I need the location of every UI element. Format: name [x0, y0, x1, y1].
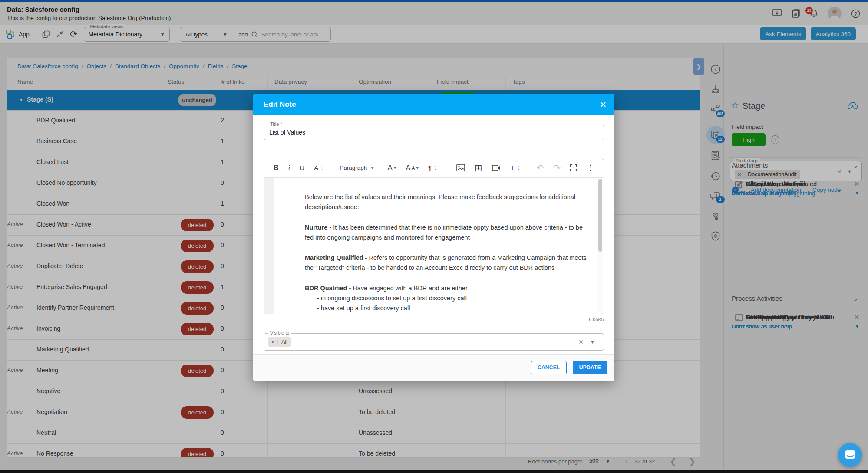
clear-icon[interactable]: ✕: [578, 338, 584, 345]
paragraph-options-button[interactable]: ¶⋮: [428, 164, 437, 171]
edit-note-modal: Edit Note ✕ Title * List of Values B i U…: [253, 94, 614, 381]
title-field-value: List of Values: [269, 129, 305, 136]
editor-toolbar: B i U A⋮ Paragraph ▾ A▾ AA▾ ¶⋮ ⊞ +⋮ ↶ ↷: [264, 158, 604, 178]
close-icon[interactable]: ✕: [600, 100, 607, 110]
modal-footer: CANCEL UPDATE: [253, 354, 614, 381]
font-size-button[interactable]: AA▾: [406, 164, 419, 172]
note-paragraph: Marketing Qualified - Refers to opportun…: [305, 253, 591, 273]
title-field-label: Title *: [268, 122, 284, 127]
chat-widget-button[interactable]: [838, 443, 862, 467]
insert-more-button[interactable]: +⋮: [510, 163, 521, 173]
kebab-menu-icon[interactable]: ⋮: [587, 163, 594, 172]
redo-icon[interactable]: ↷: [553, 163, 561, 173]
modal-title: Edit Note: [264, 100, 296, 109]
font-color-button[interactable]: A▾: [388, 164, 396, 172]
insert-video-icon[interactable]: [492, 165, 501, 171]
remove-chip-icon[interactable]: ✕: [268, 339, 278, 345]
editor-scrollbar[interactable]: [598, 179, 603, 313]
chevron-down-icon[interactable]: ▼: [590, 339, 595, 345]
visible-to-chip: ✕ All: [268, 337, 291, 347]
note-paragraph: BDR Qualified - Have engaged with a BDR …: [305, 283, 591, 313]
paragraph-format-select[interactable]: Paragraph ▾: [340, 164, 373, 171]
italic-button[interactable]: i: [288, 164, 290, 172]
modal-header: Edit Note: [253, 94, 614, 115]
undo-icon[interactable]: ↶: [536, 163, 544, 173]
visible-to-value: All: [278, 339, 291, 345]
update-button[interactable]: UPDATE: [573, 361, 607, 374]
insert-image-icon[interactable]: [456, 164, 465, 171]
editor-gutter: [264, 178, 274, 314]
note-size-label: 6.05Kb: [589, 317, 604, 322]
underline-button[interactable]: U: [300, 164, 304, 171]
cancel-button[interactable]: CANCEL: [531, 361, 567, 374]
note-title-field[interactable]: Title * List of Values: [264, 125, 604, 140]
bold-button[interactable]: B: [274, 164, 279, 172]
note-paragraph: Nurture - It has been determined that th…: [305, 223, 591, 243]
note-paragraph: Below are the list of values and their m…: [305, 192, 591, 212]
editor-content[interactable]: Below are the list of values and their m…: [305, 178, 591, 314]
visible-to-label: Visible to: [268, 330, 291, 335]
text-styles-button[interactable]: A⋮: [314, 164, 324, 171]
fullscreen-icon[interactable]: [570, 164, 577, 171]
visible-to-field[interactable]: Visible to ✕ All ✕ ▼: [264, 333, 604, 351]
bottom-edge-bar: [0, 470, 868, 473]
insert-table-icon[interactable]: ⊞: [475, 163, 482, 173]
rich-text-editor[interactable]: B i U A⋮ Paragraph ▾ A▾ AA▾ ¶⋮ ⊞ +⋮ ↶ ↷: [264, 158, 604, 314]
scrollbar-thumb[interactable]: [598, 179, 602, 252]
